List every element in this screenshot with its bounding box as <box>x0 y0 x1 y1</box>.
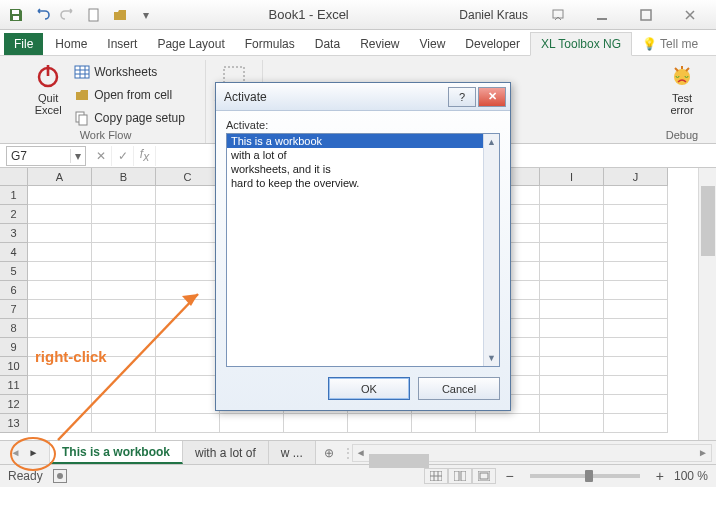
sheet-tab[interactable]: w ... <box>269 441 316 464</box>
qat-dropdown-icon[interactable]: ▾ <box>134 4 158 26</box>
new-icon[interactable] <box>82 4 106 26</box>
hscroll-thumb[interactable] <box>369 454 429 468</box>
row-header[interactable]: 2 <box>0 205 28 224</box>
row-header[interactable]: 9 <box>0 338 28 357</box>
svg-rect-11 <box>224 67 244 83</box>
hscroll-left-icon[interactable]: ◄ <box>353 447 369 458</box>
row-header[interactable]: 12 <box>0 395 28 414</box>
zoom-slider[interactable] <box>530 474 640 478</box>
test-error-button[interactable]: Test error <box>660 60 704 116</box>
svg-rect-15 <box>461 471 466 481</box>
row-header[interactable]: 3 <box>0 224 28 243</box>
quick-access-toolbar: ▾ <box>4 4 158 26</box>
minimize-icon[interactable] <box>580 3 624 27</box>
vertical-scrollbar[interactable] <box>698 168 716 440</box>
list-item[interactable]: This is a workbook <box>227 134 499 148</box>
row-header[interactable]: 4 <box>0 243 28 262</box>
tab-review[interactable]: Review <box>350 33 409 55</box>
list-item[interactable]: worksheets, and it is <box>227 162 499 176</box>
row-header[interactable]: 6 <box>0 281 28 300</box>
quit-excel-label: Quit Excel <box>35 92 62 116</box>
row-header[interactable]: 10 <box>0 357 28 376</box>
zoom-slider-thumb[interactable] <box>585 470 593 482</box>
close-icon[interactable] <box>668 3 712 27</box>
fx-icon[interactable]: fx <box>134 146 156 166</box>
activate-listbox[interactable]: This is a workbook with a lot of workshe… <box>226 133 500 367</box>
new-sheet-button[interactable]: ⊕ <box>316 446 342 460</box>
undo-icon[interactable] <box>30 4 54 26</box>
cancel-formula-icon[interactable]: ✕ <box>90 146 112 166</box>
dialog-close-button[interactable]: ✕ <box>478 87 506 107</box>
row-header[interactable]: 11 <box>0 376 28 395</box>
name-box-value: G7 <box>11 149 27 163</box>
redo-icon[interactable] <box>56 4 80 26</box>
group-workflow: Quit Excel Worksheets Open from cell Cop… <box>6 60 206 143</box>
tab-insert[interactable]: Insert <box>97 33 147 55</box>
row-header[interactable]: 13 <box>0 414 28 433</box>
sheet-tab[interactable]: with a lot of <box>183 441 269 464</box>
col-header[interactable]: A <box>28 168 92 186</box>
zoom-out-button[interactable]: − <box>506 468 514 484</box>
list-item[interactable]: with a lot of <box>227 148 499 162</box>
macro-record-icon[interactable] <box>53 469 67 483</box>
ribbon-options-icon[interactable] <box>536 3 580 27</box>
tab-home[interactable]: Home <box>45 33 97 55</box>
listbox-scroll-up-icon[interactable]: ▲ <box>484 134 499 150</box>
hscroll-right-icon[interactable]: ► <box>695 447 711 458</box>
row-headers: 1 2 3 4 5 6 7 8 9 10 11 12 13 <box>0 186 28 440</box>
select-all-corner[interactable] <box>0 168 28 186</box>
open-from-cell-button[interactable]: Open from cell <box>74 85 185 105</box>
row-header[interactable]: 5 <box>0 262 28 281</box>
horizontal-scrollbar[interactable]: ◄ ► <box>352 444 712 462</box>
vscroll-thumb[interactable] <box>701 186 715 256</box>
view-page-break-icon[interactable] <box>472 468 496 484</box>
view-page-layout-icon[interactable] <box>448 468 472 484</box>
ok-button[interactable]: OK <box>328 377 410 400</box>
row-header[interactable]: 7 <box>0 300 28 319</box>
col-header[interactable]: B <box>92 168 156 186</box>
tab-view[interactable]: View <box>410 33 456 55</box>
tab-tell-me[interactable]: 💡Tell me <box>632 33 708 55</box>
name-box[interactable]: G7▾ <box>6 146 86 166</box>
tab-file[interactable]: File <box>4 33 43 55</box>
svg-rect-8 <box>75 66 89 78</box>
listbox-scroll-down-icon[interactable]: ▼ <box>484 350 499 366</box>
name-box-dropdown-icon[interactable]: ▾ <box>70 149 85 163</box>
svg-rect-4 <box>597 18 607 20</box>
open-icon[interactable] <box>108 4 132 26</box>
row-header[interactable]: 1 <box>0 186 28 205</box>
sheet-nav-arrows[interactable]: ◄ ► <box>0 441 50 464</box>
save-icon[interactable] <box>4 4 28 26</box>
row-header[interactable]: 8 <box>0 319 28 338</box>
svg-rect-10 <box>79 115 87 125</box>
cancel-button[interactable]: Cancel <box>418 377 500 400</box>
sheet-prev-icon[interactable]: ◄ <box>11 447 21 458</box>
svg-rect-5 <box>641 10 651 20</box>
activate-label: Activate: <box>226 119 500 131</box>
maximize-icon[interactable] <box>624 3 668 27</box>
dialog-titlebar[interactable]: Activate ? ✕ <box>216 83 510 111</box>
tab-xl-toolbox[interactable]: XL Toolbox NG <box>530 32 632 56</box>
quit-excel-button[interactable]: Quit Excel <box>26 60 70 116</box>
col-header[interactable]: J <box>604 168 668 186</box>
tab-developer[interactable]: Developer <box>455 33 530 55</box>
listbox-scrollbar[interactable]: ▲▼ <box>483 134 499 366</box>
tab-formulas[interactable]: Formulas <box>235 33 305 55</box>
dialog-help-button[interactable]: ? <box>448 87 476 107</box>
svg-rect-7 <box>47 65 50 76</box>
worksheets-button[interactable]: Worksheets <box>74 62 185 82</box>
sheet-next-icon[interactable]: ► <box>29 447 39 458</box>
enter-formula-icon[interactable]: ✓ <box>112 146 134 166</box>
tab-page-layout[interactable]: Page Layout <box>147 33 234 55</box>
copy-page-setup-button[interactable]: Copy page setup <box>74 108 185 128</box>
col-header[interactable]: I <box>540 168 604 186</box>
list-item[interactable]: hard to keep the overview. <box>227 176 499 190</box>
view-normal-icon[interactable] <box>424 468 448 484</box>
status-ready: Ready <box>8 469 43 483</box>
view-buttons <box>424 468 496 484</box>
col-header[interactable]: C <box>156 168 220 186</box>
tab-data[interactable]: Data <box>305 33 350 55</box>
window-controls <box>536 3 712 27</box>
zoom-in-button[interactable]: + <box>656 468 664 484</box>
sheet-tab-active[interactable]: This is a workbook <box>50 441 183 464</box>
